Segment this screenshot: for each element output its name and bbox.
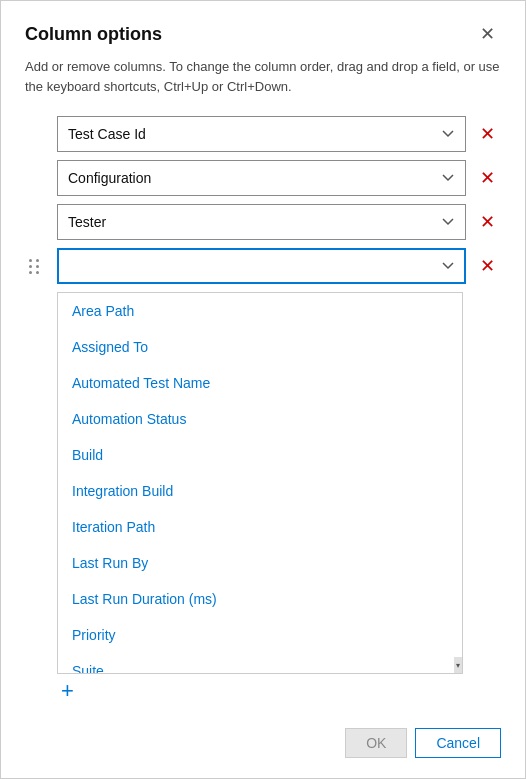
close-button[interactable]: ✕ [474, 21, 501, 47]
remove-button-2[interactable]: ✕ [474, 165, 501, 191]
column-options-dialog: Column options ✕ Add or remove columns. … [0, 0, 526, 779]
new-column-row: ✕ [25, 248, 501, 284]
dialog-title: Column options [25, 24, 162, 45]
cancel-button[interactable]: Cancel [415, 728, 501, 758]
column-row: Tester ✕ [25, 204, 501, 240]
remove-button-1[interactable]: ✕ [474, 121, 501, 147]
dialog-footer: OK Cancel [25, 708, 501, 758]
column-select-wrapper-1: Test Case Id [57, 116, 466, 152]
new-column-input-wrapper [57, 248, 466, 284]
remove-button-new[interactable]: ✕ [474, 253, 501, 279]
dropdown-item-automated-test-name[interactable]: Automated Test Name [58, 365, 454, 401]
dialog-description: Add or remove columns. To change the col… [25, 57, 501, 96]
dropdown-item-priority[interactable]: Priority [58, 617, 454, 653]
dropdown-list[interactable]: Area Path Assigned To Automated Test Nam… [58, 293, 462, 673]
dropdown-item-assigned-to[interactable]: Assigned To [58, 329, 454, 365]
chevron-down-icon-3[interactable] [430, 204, 466, 240]
dropdown-container: Area Path Assigned To Automated Test Nam… [57, 292, 463, 674]
columns-list: Test Case Id ✕ Configuration [25, 116, 501, 284]
column-select-wrapper-3: Tester [57, 204, 466, 240]
column-select-2[interactable]: Configuration [57, 160, 466, 196]
dropdown-item-area-path[interactable]: Area Path [58, 293, 454, 329]
dropdown-item-last-run-by[interactable]: Last Run By [58, 545, 454, 581]
dropdown-item-automation-status[interactable]: Automation Status [58, 401, 454, 437]
new-column-input[interactable] [57, 248, 466, 284]
column-select-wrapper-2: Configuration [57, 160, 466, 196]
add-column-row: + [25, 678, 501, 704]
column-select-3[interactable]: Tester [57, 204, 466, 240]
column-row: Configuration ✕ [25, 160, 501, 196]
column-row: Test Case Id ✕ [25, 116, 501, 152]
chevron-down-icon-1[interactable] [430, 116, 466, 152]
dropdown-item-integration-build[interactable]: Integration Build [58, 473, 454, 509]
add-column-button[interactable]: + [57, 678, 78, 704]
dialog-header: Column options ✕ [25, 21, 501, 47]
dropdown-item-iteration-path[interactable]: Iteration Path [58, 509, 454, 545]
chevron-down-icon-new[interactable] [430, 248, 466, 284]
dropdown-item-last-run-duration[interactable]: Last Run Duration (ms) [58, 581, 454, 617]
chevron-down-icon-2[interactable] [430, 160, 466, 196]
ok-button[interactable]: OK [345, 728, 407, 758]
dropdown-item-build[interactable]: Build [58, 437, 454, 473]
column-select-1[interactable]: Test Case Id [57, 116, 466, 152]
remove-button-3[interactable]: ✕ [474, 209, 501, 235]
scroll-down-arrow[interactable]: ▾ [454, 657, 462, 673]
drag-handle-new[interactable] [25, 255, 49, 278]
dropdown-item-suite[interactable]: Suite [58, 653, 454, 673]
